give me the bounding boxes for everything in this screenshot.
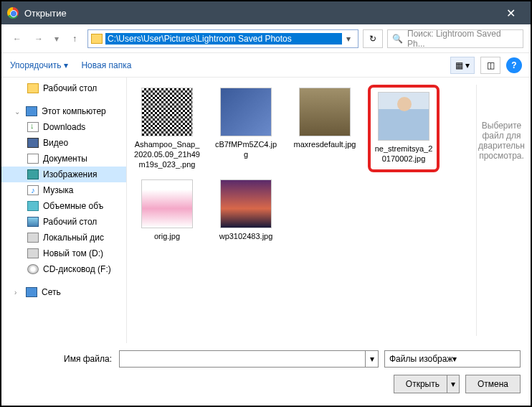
objects3d-icon xyxy=(27,201,39,211)
folder-icon xyxy=(27,83,39,93)
address-dropdown[interactable]: ▾ xyxy=(342,34,355,44)
preview-placeholder: Выберите файл для дварительн просмотра. xyxy=(478,121,525,161)
content-area: Ashampoo_Snap_2020.05.09_21h49m19s_023_.… xyxy=(127,78,531,343)
filename-input[interactable] xyxy=(119,350,366,368)
file-label: ne_stremitsya_20170002.jpg xyxy=(374,144,434,164)
sidebar-item-network[interactable]: ›Сеть xyxy=(1,284,126,300)
desktop-icon xyxy=(27,217,39,227)
pc-icon xyxy=(26,106,37,116)
file-label: cB7fMPm5ZC4.jpg xyxy=(213,139,279,159)
filetype-filter[interactable]: Файлы изображений (*.tiff;*.p▾ xyxy=(384,350,521,368)
file-label: maxresdefault.jpg xyxy=(294,139,356,149)
sidebar-item-desktop-quick[interactable]: Рабочий стол xyxy=(1,80,126,96)
chevron-down-icon: ▾ xyxy=(452,354,516,364)
file-thumbnail xyxy=(378,92,429,141)
file-item[interactable]: Ashampoo_Snap_2020.05.09_21h49m19s_023_.… xyxy=(131,85,203,172)
images-icon xyxy=(27,169,39,179)
sidebar-item-thispc[interactable]: ⌄Этот компьютер xyxy=(1,103,126,119)
nav-up-button[interactable]: ↑ xyxy=(66,30,83,47)
file-label: orig.jpg xyxy=(154,231,180,241)
toolbar: Упорядочить ▾ Новая папка ▦ ▾ ◫ ? xyxy=(1,53,531,78)
sidebar-item-images[interactable]: Изображения xyxy=(1,167,126,182)
sidebar-item-localdisk[interactable]: Локальный дис xyxy=(1,230,126,245)
sidebar-item-3dobjects[interactable]: Объемные объ xyxy=(1,198,126,214)
downloads-icon xyxy=(27,122,39,132)
search-placeholder: Поиск: Lightroom Saved Ph... xyxy=(407,29,518,49)
main-area: Рабочий стол ⌄Этот компьютер Downloads В… xyxy=(1,78,531,343)
chrome-icon xyxy=(7,7,19,19)
file-item[interactable]: maxresdefault.jpg xyxy=(289,85,361,172)
file-item[interactable]: orig.jpg xyxy=(131,177,203,244)
file-label: Ashampoo_Snap_2020.05.09_21h49m19s_023_.… xyxy=(134,139,200,169)
file-thumbnail xyxy=(220,88,272,136)
sidebar-item-music[interactable]: ♪Музыка xyxy=(1,182,126,198)
disk-icon xyxy=(27,233,39,243)
sidebar-item-cddvd[interactable]: CD-дисковод (F:) xyxy=(1,261,126,277)
folder-icon xyxy=(91,34,103,44)
titlebar: Открытие ✕ xyxy=(1,1,531,24)
filename-label: Имя файла: xyxy=(11,354,119,364)
file-thumbnail xyxy=(141,88,193,136)
open-dropdown[interactable]: ▾ xyxy=(447,375,459,393)
open-button[interactable]: Открыть▾ xyxy=(394,375,460,393)
expand-icon[interactable]: ⌄ xyxy=(14,108,22,116)
view-mode-button[interactable]: ▦ ▾ xyxy=(450,57,475,74)
nav-bar: ← → ▾ ↑ C:\Users\User\Pictures\Lightroom… xyxy=(1,24,531,53)
file-thumbnail xyxy=(299,88,351,136)
disk-icon xyxy=(27,248,39,258)
sidebar-item-newvolume[interactable]: Новый том (D:) xyxy=(1,245,126,261)
file-item[interactable]: cB7fMPm5ZC4.jpg xyxy=(210,85,282,172)
address-bar[interactable]: C:\Users\User\Pictures\Lightroom Saved P… xyxy=(87,29,358,48)
search-input[interactable]: 🔍 Поиск: Lightroom Saved Ph... xyxy=(387,29,523,48)
organize-button[interactable]: Упорядочить ▾ xyxy=(10,60,68,70)
expand-icon[interactable]: › xyxy=(14,289,22,296)
close-button[interactable]: ✕ xyxy=(496,1,525,24)
file-item-highlighted[interactable]: ne_stremitsya_20170002.jpg xyxy=(368,85,440,172)
search-icon: 🔍 xyxy=(392,34,403,44)
documents-icon xyxy=(27,154,39,164)
file-item[interactable]: wp3102483.jpg xyxy=(210,177,282,244)
dvd-icon xyxy=(27,264,39,274)
file-thumbnail xyxy=(141,179,193,228)
file-label: wp3102483.jpg xyxy=(219,231,273,241)
sidebar: Рабочий стол ⌄Этот компьютер Downloads В… xyxy=(1,78,127,343)
cancel-button[interactable]: Отмена xyxy=(465,375,521,393)
sidebar-item-video[interactable]: Видео xyxy=(1,135,126,151)
bottom-panel: Имя файла: ▾ Файлы изображений (*.tiff;*… xyxy=(1,343,531,403)
chevron-down-icon: ▾ xyxy=(64,60,68,70)
nav-forward-button[interactable]: → xyxy=(30,30,47,47)
sidebar-item-downloads[interactable]: Downloads xyxy=(1,119,126,135)
preview-pane: Выберите файл для дварительн просмотра. xyxy=(476,85,526,336)
file-thumbnail xyxy=(220,179,272,228)
window-title: Открытие xyxy=(24,8,496,19)
video-icon xyxy=(27,138,39,148)
network-icon xyxy=(26,287,37,297)
filename-dropdown[interactable]: ▾ xyxy=(366,350,379,368)
file-list: Ashampoo_Snap_2020.05.09_21h49m19s_023_.… xyxy=(131,85,476,336)
nav-back-button[interactable]: ← xyxy=(9,30,26,47)
music-icon: ♪ xyxy=(27,185,39,195)
help-button[interactable]: ? xyxy=(506,57,522,73)
preview-toggle-button[interactable]: ◫ xyxy=(480,57,500,74)
sidebar-item-documents[interactable]: Документы xyxy=(1,151,126,167)
address-path[interactable]: C:\Users\User\Pictures\Lightroom Saved P… xyxy=(105,33,342,45)
nav-history-dropdown[interactable]: ▾ xyxy=(52,30,62,47)
sidebar-item-desktop[interactable]: Рабочий стол xyxy=(1,214,126,230)
refresh-button[interactable]: ↻ xyxy=(363,29,383,48)
new-folder-button[interactable]: Новая папка xyxy=(81,60,131,70)
